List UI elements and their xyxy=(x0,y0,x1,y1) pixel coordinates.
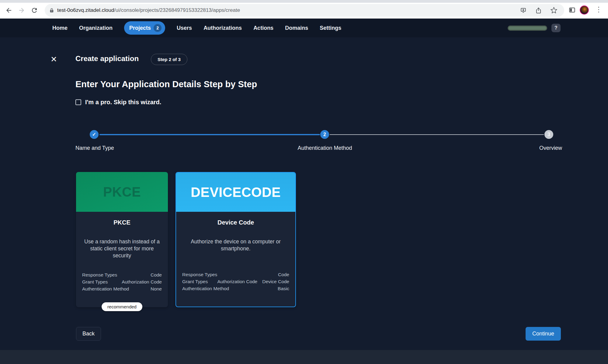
bookmark-star-icon[interactable] xyxy=(550,7,558,14)
devicecode-banner: DEVICECODE xyxy=(176,173,295,212)
prop-row-response-types: Response Types Code xyxy=(82,271,162,278)
prop-label: Grant Types xyxy=(182,278,208,285)
prop-row-grant-types: Grant Types Authorization Code xyxy=(82,278,162,285)
nav-item-projects[interactable]: Projects 2 xyxy=(124,21,165,35)
step-progress-badge: Step 2 of 3 xyxy=(151,54,187,65)
prop-label: Authentication Method xyxy=(82,285,129,292)
help-button[interactable]: ? xyxy=(551,24,561,32)
skip-wizard-checkbox[interactable] xyxy=(75,99,81,105)
step1-label: Name and Type xyxy=(75,145,114,151)
prop-value: Authorization Code xyxy=(122,278,162,285)
close-icon[interactable]: ✕ xyxy=(50,55,57,64)
step2-circle: 2 xyxy=(320,130,329,139)
step1-check-icon: ✓ xyxy=(90,130,99,139)
prop-value: Basic xyxy=(278,285,289,292)
url-domain: test-0o6zvq.zitadel.cloud xyxy=(57,7,114,13)
browser-menu-icon[interactable]: ⋮ xyxy=(595,5,602,14)
nav-item-actions[interactable]: Actions xyxy=(253,25,273,31)
footer-area xyxy=(0,350,608,364)
browser-back-icon[interactable] xyxy=(5,7,12,14)
card-pkce[interactable]: PKCE PKCE Use a random hash instead of a… xyxy=(76,172,168,307)
step3-label: Overview xyxy=(539,145,562,151)
browser-tabstrip xyxy=(0,0,608,3)
projects-count-badge: 2 xyxy=(154,24,162,32)
nav-item-domains[interactable]: Domains xyxy=(285,25,308,31)
step3-circle: 3 xyxy=(544,130,553,139)
prop-value: Code xyxy=(278,271,289,278)
prop-row-response-types: Response Types Code xyxy=(182,271,289,278)
prop-row-auth-method: Authentication Method Basic xyxy=(182,285,289,292)
browser-forward-icon[interactable] xyxy=(18,7,25,14)
url-path: /ui/console/projects/232684979153322813/… xyxy=(114,7,240,13)
page-title: Create application xyxy=(75,54,139,63)
nav-item-organization[interactable]: Organization xyxy=(79,25,113,31)
nav-item-home[interactable]: Home xyxy=(52,25,68,31)
devicecode-properties: Response Types Code Grant Types Authoriz… xyxy=(182,271,289,292)
prop-row-grant-types: Grant Types Authorization Code Device Co… xyxy=(182,278,289,285)
pkce-description: Use a random hash instead of a static cl… xyxy=(82,238,162,259)
prop-row-auth-method: Authentication Method None xyxy=(82,285,162,292)
address-bar[interactable]: test-0o6zvq.zitadel.cloud/ui/console/pro… xyxy=(45,4,564,17)
prop-label: Grant Types xyxy=(82,278,108,285)
prop-label: Authentication Method xyxy=(182,285,229,292)
nav-item-projects-label: Projects xyxy=(129,25,151,31)
pkce-banner: PKCE xyxy=(76,172,168,212)
skip-wizard-label: I'm a pro. Skip this wizard. xyxy=(85,99,161,106)
pkce-title: PKCE xyxy=(76,219,168,226)
side-panel-icon[interactable] xyxy=(568,6,576,14)
devicecode-description: Authorize the device on a computer or sm… xyxy=(182,238,289,252)
lock-icon xyxy=(49,8,54,13)
prop-value: Device Code xyxy=(262,278,289,285)
browser-profile-avatar[interactable] xyxy=(580,5,589,15)
nav-item-users[interactable]: Users xyxy=(177,25,192,31)
prop-label: Response Types xyxy=(182,271,217,278)
stepper-line-done xyxy=(99,134,320,135)
auth-method-cards: PKCE PKCE Use a random hash instead of a… xyxy=(76,172,296,307)
card-devicecode[interactable]: DEVICECODE Device Code Authorize the dev… xyxy=(175,172,296,307)
nav-item-authorizations[interactable]: Authorizations xyxy=(203,25,242,31)
browser-chrome: test-0o6zvq.zitadel.cloud/ui/console/pro… xyxy=(0,0,608,19)
top-navbar: Home Organization Projects 2 Users Autho… xyxy=(0,19,608,37)
org-context-skeleton xyxy=(508,26,547,31)
step2-label: Authentication Method xyxy=(297,145,352,151)
back-button[interactable]: Back xyxy=(76,327,101,341)
install-icon[interactable] xyxy=(520,7,527,14)
pkce-properties: Response Types Code Grant Types Authoriz… xyxy=(82,271,162,292)
devicecode-title: Device Code xyxy=(176,219,295,226)
skip-wizard-row[interactable]: I'm a pro. Skip this wizard. xyxy=(75,99,161,106)
url-text: test-0o6zvq.zitadel.cloud/ui/console/pro… xyxy=(57,7,240,13)
browser-reload-icon[interactable] xyxy=(31,7,38,14)
share-icon[interactable] xyxy=(535,7,542,14)
wizard-heading: Enter Your Application Details Step by S… xyxy=(75,79,257,89)
recommended-badge: recommended xyxy=(102,302,142,311)
prop-value: Authorization Code xyxy=(217,278,257,285)
stepper-line-pending xyxy=(330,134,544,135)
prop-label: Response Types xyxy=(82,271,117,278)
prop-value: Code xyxy=(151,271,162,278)
continue-button[interactable]: Continue xyxy=(526,327,561,341)
prop-value: None xyxy=(151,285,162,292)
nav-item-settings[interactable]: Settings xyxy=(320,25,341,31)
